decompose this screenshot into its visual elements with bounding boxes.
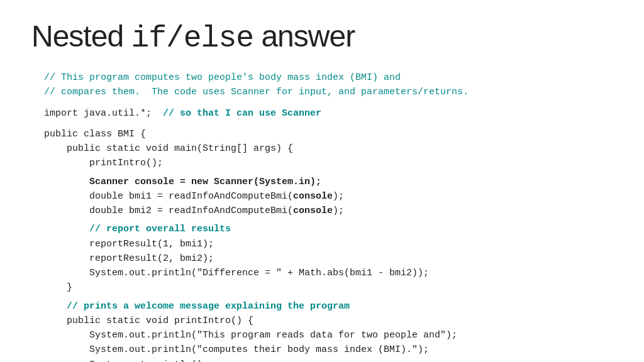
println3: System.out.println(); <box>44 358 613 363</box>
report2: reportResult(2, bmi2); <box>44 251 613 266</box>
title-suffix: answer <box>253 19 355 53</box>
main-close: } <box>44 280 613 295</box>
bmi2-line: double bmi2 = readInfoAndComputeBmi(cons… <box>44 204 613 218</box>
comment-line-2: // compares them. The code uses Scanner … <box>44 85 613 99</box>
diff-line: System.out.println("Difference = " + Mat… <box>44 266 613 280</box>
title-code: if/else <box>131 21 253 55</box>
main-open: public static void main(String[] args) { <box>44 141 613 156</box>
report-comment: // report overall results <box>44 222 613 236</box>
page-title: Nested if/else answer <box>31 19 613 55</box>
printintro-comment: // prints a welcome message explaining t… <box>44 299 613 314</box>
report1: reportResult(1, bmi1); <box>44 237 613 251</box>
code-block: // This program computes two people's bo… <box>31 70 613 362</box>
println2: System.out.println("computes their body … <box>44 343 613 357</box>
class-open: public class BMI { <box>44 127 613 141</box>
printintro-open: public static void printIntro() { <box>44 314 613 328</box>
print-intro: printIntro(); <box>44 156 613 170</box>
import-line: import java.util.*; // so that I can use… <box>44 106 613 121</box>
println1: System.out.println("This program reads d… <box>44 328 613 343</box>
bmi1-line: double bmi1 = readInfoAndComputeBmi(cons… <box>44 189 613 204</box>
title-prefix: Nested <box>31 19 131 53</box>
scanner-line: Scanner console = new Scanner(System.in)… <box>44 175 613 189</box>
comment-line-1: // This program computes two people's bo… <box>44 70 613 85</box>
